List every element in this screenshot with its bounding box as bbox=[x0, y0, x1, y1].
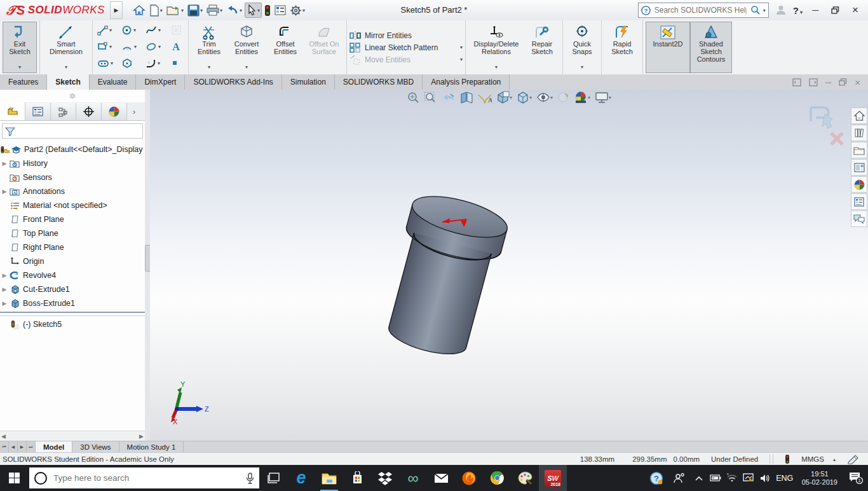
select-tool-button[interactable]: ▾ bbox=[245, 3, 262, 18]
performance-status-icon[interactable] bbox=[785, 454, 790, 464]
model-3d-cylinder[interactable] bbox=[374, 183, 520, 373]
tree-item-history[interactable]: ▶ History bbox=[0, 156, 145, 170]
tab-property-manager[interactable] bbox=[25, 103, 51, 120]
tab-sketch[interactable]: Sketch bbox=[47, 74, 89, 90]
exit-sketch-button[interactable]: Exit Sketch▾ bbox=[3, 22, 37, 73]
tree-root-part[interactable]: Part2 (Default<<Default>_Display bbox=[0, 142, 145, 156]
mirror-entities-button[interactable]: Mirror Entities bbox=[349, 31, 463, 41]
login-user-icon[interactable] bbox=[775, 4, 787, 16]
tray-expand-chevron[interactable] bbox=[691, 465, 707, 491]
start-button[interactable] bbox=[0, 465, 28, 491]
sketch-filter-icon[interactable]: A bbox=[478, 92, 492, 104]
settings-gear-button[interactable]: ▾ bbox=[288, 3, 306, 18]
new-document-button[interactable]: ▾ bbox=[148, 3, 164, 18]
doc-minimize-icon[interactable]: ─ bbox=[825, 78, 831, 87]
menu-flyout-arrow[interactable]: ▶ bbox=[110, 1, 123, 19]
people-tray-icon[interactable] bbox=[668, 465, 690, 491]
tab-addins[interactable]: SOLIDWORKS Add-Ins bbox=[185, 74, 281, 90]
help-search-input[interactable] bbox=[653, 5, 748, 15]
doc-restore-icon[interactable] bbox=[839, 78, 847, 86]
tab-features[interactable]: Features bbox=[0, 74, 47, 90]
home-button[interactable] bbox=[132, 3, 147, 17]
previous-view-icon[interactable] bbox=[442, 92, 456, 103]
performance-button[interactable] bbox=[263, 3, 272, 18]
task-view-button[interactable] bbox=[259, 465, 287, 491]
circle-tool[interactable]: ▾ bbox=[119, 25, 144, 36]
tab-analysis-preparation[interactable]: Analysis Preparation bbox=[423, 74, 510, 90]
dropbox-icon[interactable] bbox=[371, 465, 399, 491]
apply-scene-button[interactable]: ▾ bbox=[574, 91, 590, 104]
restore-button[interactable] bbox=[828, 6, 843, 14]
point-tool[interactable] bbox=[169, 59, 186, 67]
help-menu-button[interactable]: ? ▾ bbox=[793, 5, 803, 16]
language-indicator[interactable]: ENG bbox=[774, 465, 796, 491]
tab-3d-views[interactable]: 3D Views bbox=[72, 441, 119, 453]
chrome-icon[interactable] bbox=[483, 465, 511, 491]
custom-properties-button[interactable] bbox=[851, 193, 867, 210]
tab-configuration-manager[interactable] bbox=[51, 103, 76, 120]
open-button[interactable]: ▾ bbox=[165, 3, 185, 17]
design-library-button[interactable] bbox=[851, 125, 867, 141]
trim-entities-button[interactable]: Trim Entities▾ bbox=[191, 22, 227, 73]
confirmation-corner-cancel[interactable] bbox=[827, 129, 846, 148]
loop-app-icon[interactable]: ∞ bbox=[399, 465, 427, 491]
view-palette-button[interactable] bbox=[851, 159, 867, 176]
edge-icon[interactable]: e bbox=[287, 465, 315, 491]
display-warning-icon[interactable]: ! bbox=[741, 465, 756, 491]
view-orientation-button[interactable]: ▾ bbox=[496, 91, 512, 104]
rectangle-tool[interactable]: ▾ bbox=[95, 41, 119, 52]
slot-tool[interactable]: ▾ bbox=[95, 58, 119, 69]
polygon-tool[interactable] bbox=[119, 58, 144, 69]
ellipse-tool[interactable]: ▾ bbox=[144, 41, 169, 52]
tab-dimxpert[interactable]: DimXpert bbox=[136, 74, 185, 90]
options-list-button[interactable] bbox=[273, 4, 287, 17]
tab-evaluate[interactable]: Evaluate bbox=[90, 74, 137, 90]
tree-item-material[interactable]: Material <not specified> bbox=[0, 198, 145, 212]
tab-featuremanager-tree[interactable] bbox=[0, 102, 25, 120]
help-search-box[interactable]: ? ▾ bbox=[638, 3, 769, 18]
instant2d-button[interactable]: Instant2D bbox=[646, 22, 690, 73]
tree-item-boss-extrude1[interactable]: ▶ Boss-Extrude1 bbox=[0, 296, 145, 310]
zoom-area-icon[interactable] bbox=[424, 92, 437, 104]
save-button[interactable]: ▾ bbox=[186, 3, 204, 18]
print-button[interactable]: ▾ bbox=[205, 3, 224, 17]
spline-tool[interactable]: ▾ bbox=[144, 25, 169, 36]
panel-collapse-handle[interactable] bbox=[0, 90, 145, 102]
rollback-bar[interactable] bbox=[0, 312, 145, 316]
tab-scroll-next[interactable]: ▶ bbox=[18, 441, 27, 453]
arc-tool[interactable]: ▾ bbox=[119, 41, 144, 52]
sw-help-tray-icon[interactable]: ? bbox=[646, 465, 667, 491]
minimize-button[interactable]: ─ bbox=[809, 5, 822, 15]
display-style-button[interactable]: ▾ bbox=[517, 91, 532, 104]
task-pane-home-button[interactable] bbox=[851, 107, 867, 124]
tab-scroll-first[interactable]: ⏮ bbox=[0, 441, 9, 453]
battery-icon[interactable] bbox=[708, 465, 723, 491]
hide-show-items-button[interactable]: ▾ bbox=[536, 92, 553, 102]
tree-item-top-plane[interactable]: Top Plane bbox=[0, 226, 145, 240]
tree-item-front-plane[interactable]: Front Plane bbox=[0, 212, 145, 226]
tab-dimxpert-manager[interactable] bbox=[76, 103, 102, 120]
fillet-tool[interactable]: ▾ bbox=[144, 58, 169, 69]
solidworks-taskbar-icon[interactable]: SW 2018 bbox=[539, 465, 567, 491]
line-tool[interactable]: ▾ bbox=[95, 25, 119, 36]
section-view-icon[interactable] bbox=[460, 92, 473, 104]
paint-icon[interactable] bbox=[511, 465, 539, 491]
undo-button[interactable]: ▾ bbox=[225, 4, 243, 17]
tab-scroll-prev[interactable]: ◀ bbox=[9, 441, 18, 453]
units-selector[interactable]: MMGS▴ bbox=[801, 455, 836, 463]
search-dropdown-caret[interactable]: ▾ bbox=[763, 8, 766, 13]
tree-item-revolve4[interactable]: ▶ Revolve4 bbox=[0, 268, 145, 282]
quick-snaps-button[interactable]: Quick Snaps▾ bbox=[566, 22, 599, 73]
taskbar-search-box[interactable] bbox=[29, 467, 259, 488]
action-center-icon[interactable]: 1 bbox=[844, 465, 868, 491]
view-settings-button[interactable]: ▾ bbox=[595, 92, 611, 104]
rapid-sketch-button[interactable]: Rapid Sketch bbox=[604, 22, 640, 73]
tab-motion-study[interactable]: Motion Study 1 bbox=[119, 441, 184, 453]
offset-entities-button[interactable]: Offset Entities bbox=[266, 22, 304, 73]
repair-sketch-button[interactable]: Repair Sketch bbox=[524, 22, 560, 73]
doc-close-icon[interactable]: × bbox=[855, 77, 860, 88]
search-icon[interactable] bbox=[750, 5, 761, 15]
display-delete-relations-button[interactable]: Display/Delete Relations▾ bbox=[468, 22, 524, 73]
convert-entities-button[interactable]: Convert Entities▾ bbox=[227, 22, 266, 73]
shaded-sketch-contours-button[interactable]: Shaded Sketch Contours bbox=[690, 22, 732, 73]
